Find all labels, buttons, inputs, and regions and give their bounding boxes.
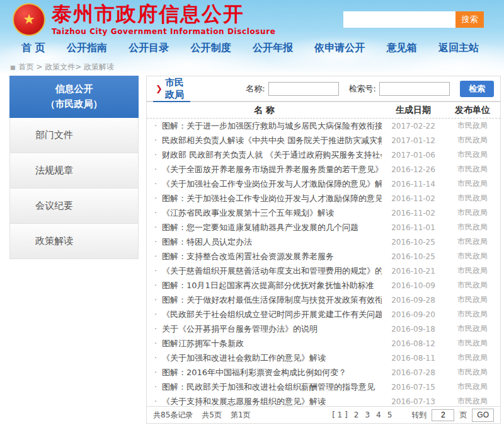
chevron-right-icon: ❯ [156,84,163,93]
document-unit: 市民政局 [445,352,500,363]
pagination-bar: 共85条记录共5页第1页 [ 1 ]2345 转到 页 GO [147,406,500,423]
document-date: 2016-09-18 [382,325,445,334]
column-header-unit: 发布单位 [445,105,500,116]
page: ★ 泰州市政府信息公开 Taizhou City Government Info… [0,0,504,425]
page-link-current: [ 1 ] [332,410,348,419]
bullet-icon: · [152,208,159,218]
name-filter-input[interactable] [268,82,339,96]
name-filter-label: 名称: [246,83,265,95]
goto-page-input[interactable] [432,409,454,421]
document-unit: 市民政局 [445,164,500,175]
brand-text: 泰州市政府信息公开 Taizhou City Government Inform… [52,3,275,36]
document-title-link[interactable]: 《关于加强和改进社会救助工作的意见》解读 [159,352,382,364]
page-link-3[interactable]: 3 [365,410,370,419]
total-records: 共85条记录 [153,410,193,419]
sidebar-item-1[interactable]: 法规规章 [9,153,139,189]
document-title-link[interactable]: 图解：关于做好农村最低生活保障制度与扶贫开发政策有效衔接的指... [159,294,382,306]
bullet-icon: · [152,223,159,232]
nav-item-7[interactable]: 返回主站 [438,42,479,55]
table-row: ·《关于支持和发展志愿服务组织的意见》解读2016-07-13市民政局 [147,394,500,406]
document-title-link[interactable]: 《关于支持和发展志愿服务组织的意见》解读 [159,396,382,407]
sidebar-header: 信息公开 （市民政局） [9,76,139,118]
document-date: 2016-09-28 [382,296,445,305]
bullet-icon: · [152,295,159,305]
page-link-5[interactable]: 5 [387,410,392,419]
bullet-icon: · [152,252,159,261]
bullet-icon: · [152,353,159,363]
top-search-input[interactable] [343,11,455,28]
table-row: ·图解：民政部关于加强和改进社会组织薪酬管理的指导意见2016-07-15市民政… [147,380,500,394]
bullet-icon: · [152,397,159,406]
document-date: 2016-10-09 [382,281,445,290]
document-title-link[interactable]: 《江苏省民政事业发展第十三个五年规划》解读 [159,207,382,219]
table-row: ·图解：关于加强社会工作专业岗位开发与人才激励保障的意见2016-11-02市民… [147,191,500,206]
document-title-link[interactable]: 图解：民政部关于加强和改进社会组织薪酬管理的指导意见 [159,381,382,393]
bullet-icon: · [152,121,159,131]
nav-item-6[interactable]: 意见箱 [387,42,417,55]
bullet-icon: · [152,165,159,174]
table-row: ·《关于加强社会工作专业岗位开发与人才激励保障的意见》解读2016-11-14市… [147,177,500,191]
document-title-link[interactable]: 图解：10月1日起国家再次提高部分优抚对象抚恤补助标准 [159,280,382,291]
document-title-link[interactable]: 图解：您一定要知道康复辅助器具产业发展的几个问题 [159,222,382,233]
table-row: ·民政部相关负责人解读《中共中央 国务院关于推进防灾减灾救灾体...2017-0… [147,133,500,148]
document-title-link[interactable]: 民政部相关负责人解读《中共中央 国务院关于推进防灾减灾救灾体... [159,135,382,146]
sidebar-title-line1: 信息公开 [9,81,139,96]
table-row: ·《关于加强和改进社会救助工作的意见》解读2016-08-11市民政局 [147,351,500,365]
table-header: 名 称 生成日期 发布单位 [147,102,500,119]
goto-page: 转到 页 GO [411,409,494,422]
nav-item-3[interactable]: 公开制度 [191,42,231,55]
bullet-icon: · [152,136,159,145]
document-unit: 市民政局 [445,120,500,131]
bullet-icon: · [152,266,159,276]
document-date: 2016-12-26 [382,165,445,174]
sidebar-item-0[interactable]: 部门文件 [9,118,139,153]
document-title-link[interactable]: 财政部 民政部有关负责人就 《关于通过政府购买服务支持社会组... [159,149,382,161]
document-title-link[interactable]: 图解：关于加强社会工作专业岗位开发与人才激励保障的意见 [159,193,382,204]
table-row: ·图解江苏拥军十条新政2016-08-12市民政局 [147,336,500,351]
document-title-link[interactable]: 图解：特困人员认定办法 [159,236,382,248]
sidebar-item-2[interactable]: 会议纪要 [9,189,139,224]
document-title-link[interactable]: 关于《公开募捐平台服务管理办法》的说明 [159,323,382,335]
document-date: 2016-08-12 [382,339,445,348]
table-row: ·图解：支持整合改造闲置社会资源发展养老服务2016-10-25市民政局 [147,249,500,264]
bullet-icon: · [152,194,159,203]
pagination-summary: 共85条记录共5页第1页 [153,410,260,421]
document-date: 2017-01-06 [382,151,445,160]
table-row: ·图解：关于做好农村最低生活保障制度与扶贫开发政策有效衔接的指...2016-0… [147,293,500,307]
top-search-button[interactable]: 搜索 [455,11,484,28]
page-link-2[interactable]: 2 [354,410,359,419]
sidebar-items: 部门文件法规规章会议纪要政策解读 [9,118,139,259]
bullet-icon: · [152,237,159,247]
document-date: 2016-11-02 [382,194,445,203]
site-subtitle: Taizhou City Government Information Disc… [52,27,275,36]
document-title-link[interactable]: 《关于慈善组织开展慈善活动年度支出和管理费用的规定》的说明 [159,265,382,277]
sidebar-item-3[interactable]: 政策解读 [9,224,139,259]
document-unit: 市民政局 [445,338,500,349]
page-link-4[interactable]: 4 [376,410,381,419]
document-unit: 市民政局 [445,251,500,262]
document-title-link[interactable]: 《关于全面放开养老服务市场提升养老服务质量的若干意见》解读 [159,164,382,175]
code-filter-input[interactable] [379,82,450,96]
code-filter-label: 检索号: [349,83,376,95]
star-icon: ★ [23,13,35,26]
bullet-icon: · [152,368,159,377]
nav-item-4[interactable]: 公开年报 [253,42,293,55]
document-title-link[interactable]: 图解：2016年中国福利彩票资金构成比例如何变？ [159,367,382,378]
nav-item-5[interactable]: 依申请公开 [314,42,365,55]
document-unit: 市民政局 [445,207,500,218]
nav-item-2[interactable]: 公开目录 [129,42,169,55]
nav-item-0[interactable]: 首 页 [21,42,45,55]
document-title-link[interactable]: 图解：关于进一步加强医疗救助与城乡居民大病保险有效衔接的通知 [159,120,382,132]
document-title-link[interactable]: 图解江苏拥军十条新政 [159,338,382,349]
document-title-link[interactable]: 《关于加强社会工作专业岗位开发与人才激励保障的意见》解读 [159,178,382,190]
document-title-link[interactable]: 《民政部关于社会组织成立登记时同步开展党建工作有关问题的通知... [159,309,382,320]
section-tab-shiminzhengju[interactable]: ❯ 市民政局 [153,76,190,102]
filter-search-button[interactable]: 检索 [460,81,494,97]
document-unit: 市民政局 [445,222,500,233]
go-button[interactable]: GO [472,409,494,422]
document-date: 2016-10-21 [382,267,445,276]
document-title-link[interactable]: 图解：支持整合改造闲置社会资源发展养老服务 [159,251,382,262]
nav-item-1[interactable]: 公开指南 [67,42,107,55]
section-tab-label: 市民政局 [165,77,188,101]
table-row: ·图解：2016年中国福利彩票资金构成比例如何变？2016-07-28市民政局 [147,365,500,380]
